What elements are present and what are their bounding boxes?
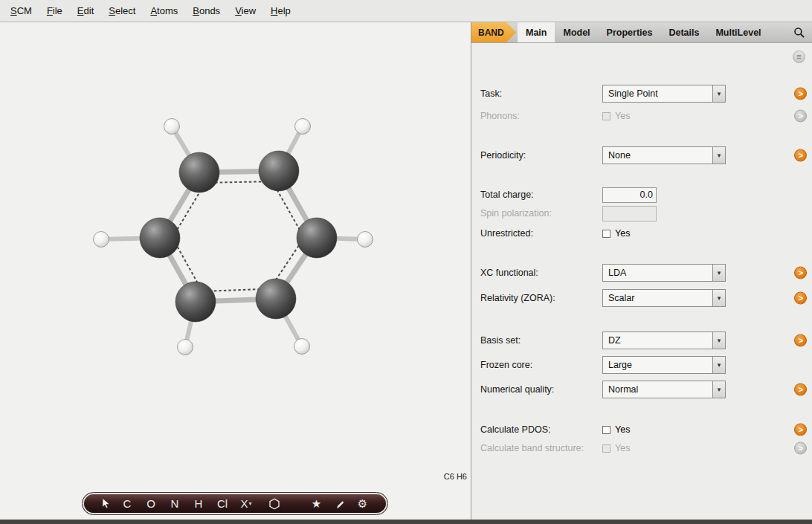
frozen-core-row: Frozen core: Large ▾	[471, 355, 812, 375]
star-icon[interactable]: ★	[305, 497, 328, 511]
atom-carbon[interactable]	[140, 218, 180, 258]
dropdown-arrow-icon[interactable]: ▾	[712, 147, 725, 164]
gear-icon[interactable]: ⚙	[351, 497, 374, 511]
frozen-core-dropdown[interactable]: Large ▾	[602, 356, 726, 374]
element-h-button[interactable]: H	[187, 497, 210, 510]
task-value: Single Point	[603, 85, 712, 102]
basis-set-dropdown[interactable]: DZ ▾	[602, 331, 726, 349]
periodicity-detail-button[interactable]: >	[794, 149, 807, 162]
unrestricted-label: Unrestricted:	[480, 228, 602, 239]
chevron-down-icon: ▾	[249, 500, 252, 507]
calculate-band-structure-checkbox	[602, 444, 610, 453]
atom-carbon[interactable]	[175, 282, 216, 322]
tab-multilevel[interactable]: MultiLevel	[707, 22, 769, 42]
element-o-button[interactable]: O	[139, 497, 163, 510]
menu-help[interactable]: Help	[263, 1, 298, 20]
search-icon[interactable]	[793, 22, 812, 42]
element-c-button[interactable]: C	[115, 497, 139, 510]
task-label: Task:	[480, 88, 602, 99]
phonons-detail-button: >	[794, 110, 807, 123]
menu-bonds[interactable]: Bonds	[185, 1, 228, 20]
atom-hydrogen[interactable]	[164, 119, 180, 135]
numerical-quality-row: Numerical quality: Normal ▾ >	[471, 380, 812, 399]
menu-file[interactable]: File	[39, 1, 70, 20]
periodicity-row: Periodicity: None ▾ >	[471, 146, 812, 165]
menu-edit[interactable]: Edit	[70, 1, 101, 20]
atom-carbon[interactable]	[179, 152, 219, 193]
dropdown-arrow-icon[interactable]: ▾	[712, 85, 725, 102]
menu-bar: SCM File Edit Select Atoms Bonds View He…	[0, 0, 812, 22]
menu-atoms[interactable]: Atoms	[143, 1, 185, 20]
relativity-row: Relativity (ZORA): Scalar ▾ >	[471, 288, 812, 308]
frozen-core-value: Large	[603, 357, 712, 373]
formula-label: C6 H6	[444, 472, 467, 481]
atom-carbon[interactable]	[259, 151, 299, 191]
total-charge-row: Total charge:	[471, 187, 812, 203]
relativity-detail-button[interactable]: >	[794, 292, 807, 305]
element-x-label: X	[240, 497, 248, 510]
atom-carbon[interactable]	[297, 218, 337, 258]
phonons-checkbox-label: Yes	[615, 111, 630, 121]
tab-band[interactable]: BAND	[471, 22, 516, 42]
menu-scm[interactable]: SCM	[3, 1, 39, 20]
numerical-quality-value: Normal	[603, 381, 712, 398]
tab-model[interactable]: Model	[555, 22, 598, 42]
pencil-icon[interactable]	[328, 497, 351, 511]
tab-details[interactable]: Details	[660, 22, 707, 42]
menu-view[interactable]: View	[228, 1, 263, 20]
total-charge-label: Total charge:	[480, 190, 602, 200]
dropdown-arrow-icon[interactable]: ▾	[712, 357, 725, 373]
basis-set-detail-button[interactable]: >	[794, 334, 807, 347]
xc-functional-dropdown[interactable]: LDA ▾	[602, 264, 726, 282]
tab-properties[interactable]: Properties	[599, 22, 661, 42]
calculate-band-structure-row: Calculate band structure: Yes >	[471, 442, 812, 454]
input-panel: BAND Main Model Properties Details Multi…	[471, 22, 812, 520]
spin-polarization-row: Spin polarization:	[471, 205, 812, 221]
periodicity-label: Periodicity:	[480, 150, 602, 161]
calculate-band-structure-checkbox-label: Yes	[615, 443, 630, 453]
relativity-dropdown[interactable]: Scalar ▾	[602, 289, 726, 307]
dropdown-arrow-icon[interactable]: ▾	[712, 332, 725, 349]
benzene-ring-icon[interactable]	[262, 498, 286, 510]
dropdown-arrow-icon[interactable]: ▾	[712, 381, 725, 398]
atom-hydrogen[interactable]	[94, 232, 109, 248]
calculate-band-structure-detail-button: >	[794, 442, 807, 455]
task-dropdown[interactable]: Single Point ▾	[602, 85, 726, 103]
xc-functional-value: LDA	[603, 265, 712, 281]
unrestricted-row: Unrestricted: Yes	[471, 227, 812, 239]
spin-polarization-input	[602, 206, 657, 221]
calculate-band-structure-label: Calculate band structure:	[480, 443, 602, 453]
tab-main[interactable]: Main	[518, 22, 555, 42]
relativity-value: Scalar	[603, 290, 712, 306]
frozen-core-label: Frozen core:	[480, 360, 602, 370]
dropdown-arrow-icon[interactable]: ▾	[712, 290, 725, 306]
pointer-tool-icon[interactable]	[96, 498, 115, 510]
periodicity-dropdown[interactable]: None ▾	[602, 146, 726, 164]
calculate-pdos-checkbox[interactable]	[602, 426, 610, 434]
atom-hydrogen[interactable]	[294, 339, 310, 355]
element-cl-button[interactable]: Cl	[210, 497, 234, 510]
element-n-button[interactable]: N	[163, 497, 187, 510]
molecule-viewer[interactable]: C6 H6 C O N H Cl X ▾ ★	[0, 22, 471, 520]
numerical-quality-dropdown[interactable]: Normal ▾	[602, 381, 726, 398]
xc-functional-detail-button[interactable]: >	[794, 267, 807, 279]
tab-bar: BAND Main Model Properties Details Multi…	[471, 22, 812, 43]
atom-hydrogen[interactable]	[358, 232, 373, 248]
task-detail-button[interactable]: >	[794, 88, 807, 100]
dropdown-arrow-icon[interactable]: ▾	[712, 265, 725, 281]
element-x-button[interactable]: X ▾	[234, 497, 258, 510]
window-bottom-edge	[0, 520, 812, 524]
atom-hydrogen[interactable]	[295, 119, 311, 135]
calculate-pdos-detail-button[interactable]: >	[794, 424, 807, 436]
panel-menu-button[interactable]: ≡	[793, 51, 805, 63]
basis-set-row: Basis set: DZ ▾ >	[471, 331, 812, 350]
unrestricted-checkbox[interactable]	[602, 230, 610, 238]
numerical-quality-detail-button[interactable]: >	[794, 384, 807, 396]
atom-hydrogen[interactable]	[178, 340, 193, 355]
xc-functional-label: XC functional:	[480, 268, 602, 278]
atom-carbon[interactable]	[256, 279, 296, 319]
molecule-canvas[interactable]	[0, 22, 471, 520]
numerical-quality-label: Numerical quality:	[480, 384, 602, 395]
menu-select[interactable]: Select	[101, 1, 143, 20]
total-charge-input[interactable]	[602, 187, 657, 203]
